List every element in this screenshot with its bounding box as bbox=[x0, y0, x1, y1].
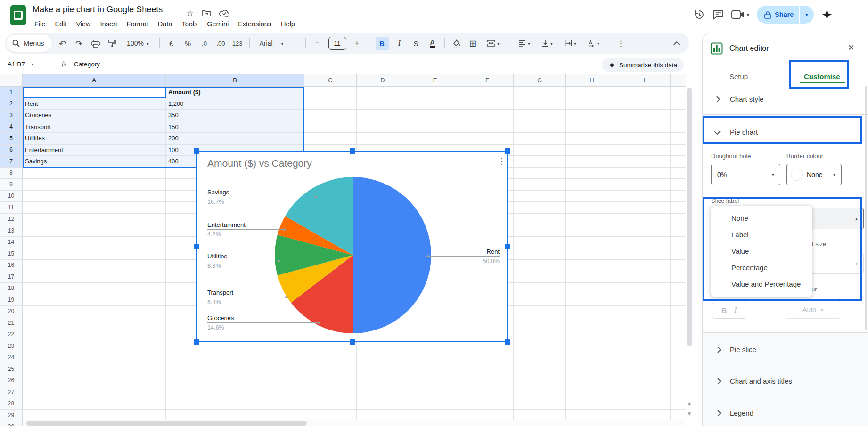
cell-F3[interactable] bbox=[461, 110, 514, 121]
option-value-and-percentage[interactable]: Value and Percentage bbox=[711, 276, 812, 292]
cell-J5[interactable] bbox=[671, 133, 686, 145]
cell-J16[interactable] bbox=[671, 260, 686, 272]
cell-H13[interactable] bbox=[566, 225, 618, 237]
row-header-19[interactable]: 19 bbox=[0, 294, 23, 306]
cell-B4[interactable]: 150 bbox=[166, 121, 304, 133]
cell-H29[interactable] bbox=[566, 410, 618, 421]
cell-J20[interactable] bbox=[671, 306, 686, 318]
cell-A12[interactable] bbox=[23, 214, 166, 225]
cell-E3[interactable] bbox=[409, 110, 461, 121]
select-all-corner[interactable] bbox=[0, 74, 23, 87]
menu-insert[interactable]: Insert bbox=[96, 19, 122, 29]
cell-F28[interactable] bbox=[461, 398, 514, 410]
section-chart-axis-titles[interactable]: Chart and axis titles bbox=[730, 377, 792, 385]
cell-A7[interactable]: Savings bbox=[23, 156, 166, 168]
cell-H3[interactable] bbox=[566, 110, 618, 121]
currency-format-button[interactable]: £ bbox=[166, 37, 177, 50]
option-label[interactable]: Label bbox=[711, 226, 812, 243]
cell-I22[interactable] bbox=[618, 329, 671, 341]
cell-A2[interactable]: Rent bbox=[23, 98, 166, 110]
column-header-C[interactable]: C bbox=[304, 74, 357, 87]
cell-J18[interactable] bbox=[671, 283, 686, 295]
row-header-8[interactable]: 8 bbox=[0, 168, 23, 179]
cell-E28[interactable] bbox=[409, 398, 461, 410]
cell-E2[interactable] bbox=[409, 98, 461, 110]
chart-resize-handle[interactable] bbox=[194, 148, 199, 154]
zoom-select[interactable]: 100% ▾ bbox=[123, 37, 153, 50]
row-header-16[interactable]: 16 bbox=[0, 260, 23, 272]
menu-file[interactable]: File bbox=[30, 19, 49, 29]
cell-A22[interactable] bbox=[23, 329, 166, 341]
cell-A23[interactable] bbox=[23, 340, 166, 352]
cell-I1[interactable] bbox=[618, 87, 671, 98]
cell-H17[interactable] bbox=[566, 271, 618, 283]
cell-B29[interactable] bbox=[166, 410, 304, 421]
cell-J28[interactable] bbox=[671, 398, 686, 410]
cell-G25[interactable] bbox=[514, 363, 566, 375]
row-header-2[interactable]: 2 bbox=[0, 98, 23, 110]
menu-data[interactable]: Data bbox=[154, 19, 177, 29]
cell-I29[interactable] bbox=[618, 410, 671, 421]
cell-B27[interactable] bbox=[166, 386, 304, 398]
cell-D27[interactable] bbox=[357, 386, 409, 398]
cell-I20[interactable] bbox=[618, 306, 671, 318]
cell-J7[interactable] bbox=[671, 156, 686, 168]
column-header-E[interactable]: E bbox=[409, 74, 461, 87]
gemini-sparkle-icon[interactable] bbox=[821, 9, 833, 20]
cell-I28[interactable] bbox=[618, 398, 671, 410]
cell-I2[interactable] bbox=[618, 98, 671, 110]
cell-F26[interactable] bbox=[461, 375, 514, 387]
cell-I16[interactable] bbox=[618, 260, 671, 272]
cell-A11[interactable] bbox=[23, 202, 166, 214]
name-box[interactable]: A1:B7 ▾ bbox=[0, 61, 48, 68]
cell-F24[interactable] bbox=[461, 352, 514, 364]
column-header-partial[interactable] bbox=[671, 74, 686, 87]
move-folder-icon[interactable] bbox=[202, 9, 211, 17]
cell-A17[interactable] bbox=[23, 271, 166, 283]
cell-F2[interactable] bbox=[461, 98, 514, 110]
version-history-icon[interactable] bbox=[694, 9, 705, 20]
section-pie-slice[interactable]: Pie slice bbox=[730, 346, 756, 354]
row-header-23[interactable]: 23 bbox=[0, 340, 23, 352]
cell-F1[interactable] bbox=[461, 87, 514, 98]
row-header-22[interactable]: 22 bbox=[0, 329, 23, 341]
cell-B2[interactable]: 1,200 bbox=[166, 98, 304, 110]
column-header-F[interactable]: F bbox=[461, 74, 514, 87]
cell-I11[interactable] bbox=[618, 202, 671, 214]
cell-H8[interactable] bbox=[566, 168, 618, 179]
cell-G2[interactable] bbox=[514, 98, 566, 110]
horizontal-align-button[interactable]: ▾ bbox=[516, 37, 533, 50]
row-header-1[interactable]: 1 bbox=[0, 87, 23, 98]
cell-H7[interactable] bbox=[566, 156, 618, 168]
cell-H9[interactable] bbox=[566, 179, 618, 191]
cell-D29[interactable] bbox=[357, 410, 409, 421]
cell-I15[interactable] bbox=[618, 248, 671, 260]
cell-J26[interactable] bbox=[671, 375, 686, 387]
cell-B26[interactable] bbox=[166, 375, 304, 387]
column-header-D[interactable]: D bbox=[357, 74, 409, 87]
cell-G14[interactable] bbox=[514, 237, 566, 249]
chart-resize-handle[interactable] bbox=[350, 339, 355, 345]
cell-J6[interactable] bbox=[671, 145, 686, 156]
cell-J15[interactable] bbox=[671, 248, 686, 260]
cell-A9[interactable] bbox=[23, 179, 166, 191]
menus-search-button[interactable]: Menus bbox=[7, 35, 52, 52]
cell-J12[interactable] bbox=[671, 214, 686, 225]
cell-G1[interactable] bbox=[514, 87, 566, 98]
cell-H24[interactable] bbox=[566, 352, 618, 364]
cell-A21[interactable] bbox=[23, 317, 166, 329]
cell-B3[interactable]: 350 bbox=[166, 110, 304, 121]
cell-H28[interactable] bbox=[566, 398, 618, 410]
cell-F25[interactable] bbox=[461, 363, 514, 375]
menu-format[interactable]: Format bbox=[123, 19, 153, 29]
cell-C4[interactable] bbox=[304, 121, 357, 133]
doughnut-hole-select[interactable]: 0% ▾ bbox=[711, 164, 780, 185]
cell-H15[interactable] bbox=[566, 248, 618, 260]
cell-H11[interactable] bbox=[566, 202, 618, 214]
cell-J3[interactable] bbox=[671, 110, 686, 121]
section-legend[interactable]: Legend bbox=[730, 409, 753, 417]
decrease-decimal-button[interactable]: .0 bbox=[199, 37, 210, 50]
cell-E4[interactable] bbox=[409, 121, 461, 133]
cell-E5[interactable] bbox=[409, 133, 461, 145]
cell-G13[interactable] bbox=[514, 225, 566, 237]
